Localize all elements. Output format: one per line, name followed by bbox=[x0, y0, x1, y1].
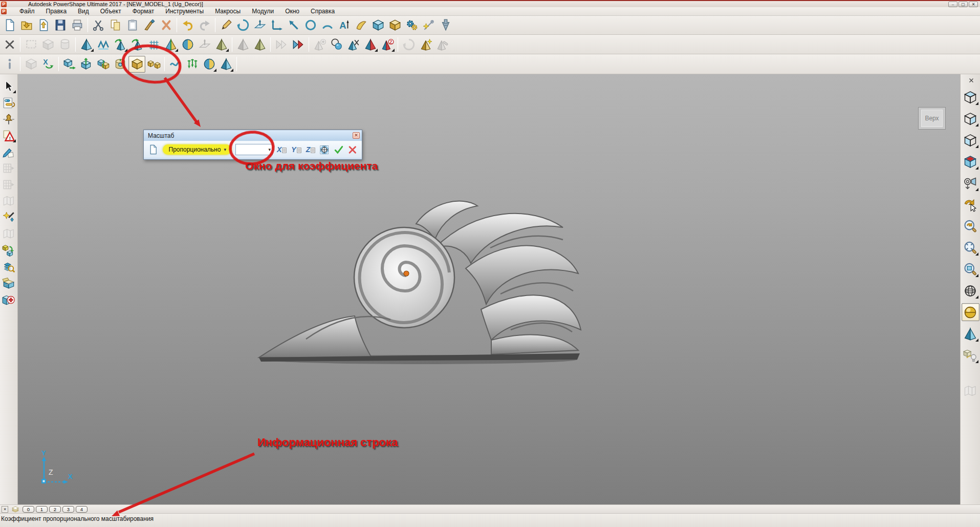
create-circle-button[interactable] bbox=[302, 17, 319, 34]
array-solid-button[interactable] bbox=[145, 56, 162, 73]
inspect-layers-button[interactable] bbox=[1, 259, 17, 275]
view-top-button[interactable] bbox=[962, 88, 979, 106]
model-errors-button[interactable] bbox=[1, 128, 17, 143]
new-scale-icon[interactable] bbox=[148, 144, 159, 155]
menu-item-tools[interactable]: Инструменты bbox=[160, 7, 209, 15]
create-arc-button[interactable] bbox=[319, 17, 336, 34]
create-text-button[interactable] bbox=[336, 17, 353, 34]
chevron-down-icon[interactable]: ▾ bbox=[267, 147, 272, 152]
zoom-box-button[interactable] bbox=[962, 260, 979, 278]
minimize-button[interactable]: – bbox=[948, 2, 957, 7]
limit-surface-button[interactable] bbox=[362, 36, 379, 53]
morph-surfaces-button[interactable] bbox=[290, 36, 307, 53]
format-painter-button[interactable] bbox=[141, 17, 158, 34]
open-model-button[interactable] bbox=[18, 17, 35, 34]
lock-x-button[interactable]: X bbox=[277, 146, 287, 153]
toolbox-options-button[interactable] bbox=[1, 95, 17, 111]
zoom-previous-button[interactable] bbox=[962, 217, 979, 235]
scale-origin-button[interactable] bbox=[319, 144, 330, 155]
surface-drive-curve-button[interactable] bbox=[128, 36, 145, 53]
create-fillet-button[interactable] bbox=[353, 17, 369, 34]
menu-item-help[interactable]: Справка bbox=[305, 7, 340, 15]
ornament-3d-model[interactable] bbox=[245, 185, 593, 375]
surface-primitive-button[interactable] bbox=[78, 36, 95, 53]
cut-button[interactable] bbox=[90, 17, 107, 34]
render-options-button[interactable] bbox=[962, 346, 979, 364]
create-feature-button[interactable] bbox=[386, 17, 403, 34]
workplane-button[interactable] bbox=[251, 17, 268, 34]
view-projection-button[interactable] bbox=[962, 174, 979, 192]
level-tab-4[interactable]: 4 bbox=[76, 506, 88, 513]
tooling-drill-button[interactable] bbox=[437, 17, 454, 34]
level-tab-2[interactable]: 2 bbox=[49, 506, 61, 513]
morph-curve-button[interactable] bbox=[167, 56, 184, 73]
move-solid-button[interactable] bbox=[61, 56, 78, 73]
dynamic-view-button[interactable] bbox=[234, 17, 251, 34]
project-z-button[interactable] bbox=[379, 36, 396, 53]
copy-solid-button[interactable] bbox=[95, 56, 112, 73]
menu-item-format[interactable]: Формат bbox=[127, 7, 160, 15]
view-orientation-button[interactable]: Верх bbox=[918, 107, 946, 130]
copy-button[interactable] bbox=[107, 17, 124, 34]
menu-item-edit[interactable]: Правка bbox=[40, 7, 73, 15]
project-pyramid-button[interactable] bbox=[217, 56, 234, 73]
surface-mesh-button[interactable] bbox=[145, 36, 162, 53]
scale-factor-input[interactable] bbox=[237, 146, 267, 153]
distort-button[interactable] bbox=[184, 56, 201, 73]
menu-item-window[interactable]: Окно bbox=[279, 7, 305, 15]
surface-from-network-button[interactable] bbox=[112, 36, 128, 53]
zoom-full-button[interactable] bbox=[962, 239, 979, 257]
view-side-button[interactable] bbox=[962, 110, 979, 128]
maximize-button[interactable]: ▢ bbox=[959, 2, 968, 7]
level-tab-0[interactable]: 0 bbox=[23, 506, 34, 513]
cancel-button[interactable] bbox=[347, 144, 358, 155]
position-axes-button[interactable] bbox=[268, 17, 285, 34]
close-button[interactable]: ✕ bbox=[969, 2, 978, 7]
limit-solid-button[interactable] bbox=[112, 56, 128, 73]
select-cursor-button[interactable] bbox=[1, 78, 17, 94]
surface-zigzag-button[interactable] bbox=[95, 36, 112, 53]
new-model-button[interactable] bbox=[1, 17, 18, 34]
mirror-axis-button[interactable] bbox=[39, 56, 56, 73]
scale-solid-button[interactable] bbox=[128, 56, 145, 73]
scale-mode-dropdown[interactable]: Пропорционально ▾ bbox=[163, 144, 231, 155]
smooth-surface-button[interactable] bbox=[417, 36, 434, 53]
toolbar-grip-button[interactable] bbox=[1, 56, 18, 73]
level-tab-3[interactable]: 3 bbox=[62, 506, 74, 513]
menu-item-macros[interactable]: Макросы bbox=[209, 7, 246, 15]
wizards-gears-button[interactable] bbox=[403, 17, 420, 34]
surface-fillin-button[interactable] bbox=[251, 36, 268, 53]
view-front-button[interactable] bbox=[962, 131, 979, 149]
menu-logo-icon[interactable]: P bbox=[1, 9, 7, 14]
accept-button[interactable] bbox=[334, 144, 344, 155]
save-model-button[interactable] bbox=[52, 17, 69, 34]
sketch-edit-button[interactable] bbox=[217, 17, 234, 34]
trim-surface-button[interactable] bbox=[345, 36, 362, 53]
select-sphere-button[interactable] bbox=[328, 36, 345, 53]
menu-item-modules[interactable]: Модули bbox=[246, 7, 279, 15]
view-iso-button[interactable] bbox=[962, 153, 979, 171]
rotate-solid-button[interactable] bbox=[78, 56, 95, 73]
print-button[interactable] bbox=[69, 17, 85, 34]
redo-button[interactable] bbox=[196, 17, 213, 34]
surface-offset-button[interactable] bbox=[213, 36, 230, 53]
lock-y-button[interactable]: Y bbox=[291, 146, 301, 153]
create-line-button[interactable] bbox=[285, 17, 302, 34]
menu-item-file[interactable]: Файл bbox=[14, 7, 40, 15]
shaded-view-button[interactable] bbox=[962, 303, 979, 321]
wrap-sphere-button[interactable] bbox=[201, 56, 217, 73]
undo-button[interactable] bbox=[179, 17, 196, 34]
menu-item-view[interactable]: Вид bbox=[72, 7, 95, 15]
measure-tool-button[interactable] bbox=[420, 17, 437, 34]
import-file-button[interactable] bbox=[35, 17, 52, 34]
pin-toolbar-button[interactable] bbox=[1, 111, 17, 127]
wireframe-view-button[interactable] bbox=[962, 282, 979, 300]
menu-item-object[interactable]: Объект bbox=[95, 7, 127, 15]
create-solid-button[interactable] bbox=[369, 17, 386, 34]
surface-split-button[interactable] bbox=[162, 36, 179, 53]
close-surface-toolbar-button[interactable] bbox=[1, 36, 18, 53]
levels-close-button[interactable]: ✕ bbox=[2, 506, 8, 513]
repair-solid-button[interactable] bbox=[1, 291, 17, 307]
surface-sphere-button[interactable] bbox=[179, 36, 196, 53]
triangle-view-button[interactable] bbox=[962, 325, 979, 343]
